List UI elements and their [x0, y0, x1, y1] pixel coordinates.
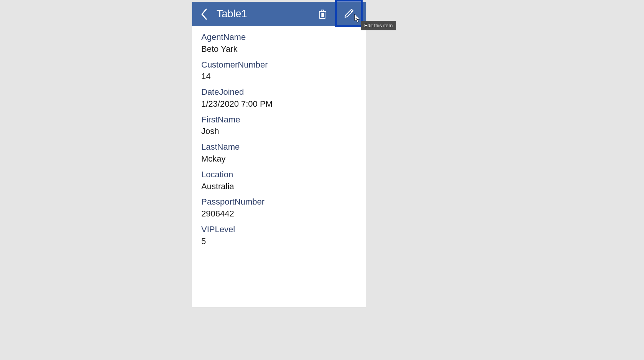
field-lastname: LastName Mckay — [201, 141, 356, 165]
field-value: Australia — [201, 180, 356, 193]
delete-button[interactable] — [312, 4, 333, 25]
field-customernumber: CustomerNumber 14 — [201, 59, 356, 83]
pencil-icon — [343, 8, 355, 19]
field-agentname: AgentName Beto Yark — [201, 31, 356, 55]
field-label: DateJoined — [201, 86, 356, 98]
field-label: VIPLevel — [201, 224, 356, 235]
field-passportnumber: PassportNumber 2906442 — [201, 196, 356, 220]
detail-screen: Table1 AgentName Beto Yark CustomerNumbe… — [192, 2, 366, 307]
header-bar: Table1 — [192, 2, 366, 26]
field-firstname: FirstName Josh — [201, 114, 356, 138]
field-label: CustomerNumber — [201, 59, 356, 71]
page-title: Table1 — [217, 8, 247, 20]
field-value: 1/23/2020 7:00 PM — [201, 98, 356, 110]
field-viplevel: VIPLevel 5 — [201, 224, 356, 248]
field-value: Josh — [201, 125, 356, 137]
field-value: Mckay — [201, 153, 356, 165]
field-location: Location Australia — [201, 169, 356, 193]
field-value: 14 — [201, 70, 356, 83]
edit-tooltip: Edit this item — [361, 21, 396, 30]
field-value: 5 — [201, 235, 356, 248]
field-value: 2906442 — [201, 208, 356, 220]
header-actions — [312, 2, 363, 26]
edit-button[interactable] — [335, 0, 363, 27]
field-label: PassportNumber — [201, 196, 356, 208]
field-value: Beto Yark — [201, 43, 356, 55]
trash-icon — [317, 9, 328, 20]
field-label: LastName — [201, 141, 356, 153]
field-datejoined: DateJoined 1/23/2020 7:00 PM — [201, 86, 356, 110]
field-label: Location — [201, 169, 356, 180]
chevron-left-icon — [200, 8, 208, 20]
field-label: AgentName — [201, 31, 356, 43]
back-button[interactable] — [192, 2, 217, 26]
field-label: FirstName — [201, 114, 356, 126]
svg-line-0 — [350, 10, 352, 12]
fields-list: AgentName Beto Yark CustomerNumber 14 Da… — [192, 26, 366, 248]
